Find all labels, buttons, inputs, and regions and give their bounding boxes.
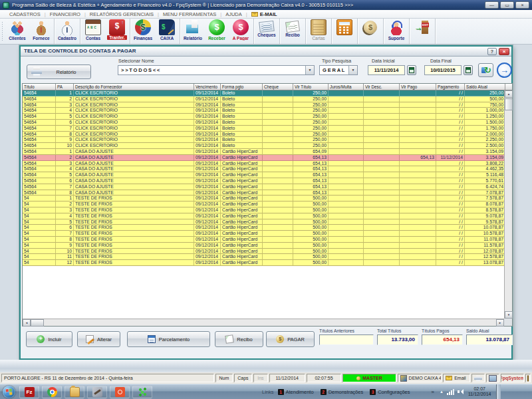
table-row[interactable]: 545644CASA DO AJUSTE09/12/2014Cartão Hip… — [23, 166, 504, 172]
search-type-select[interactable]: GERAL — [319, 65, 358, 75]
panel-close-button[interactable]: × — [499, 48, 509, 55]
table-row[interactable]: 546543CLICK ESCRITORIO09/12/2014Boleto25… — [23, 102, 504, 108]
table-row[interactable]: 548TESTE DE FRIOS09/12/2014Cartão HiperC… — [23, 237, 504, 243]
close-button[interactable]: × — [515, 1, 529, 9]
toolbar-sair[interactable] — [410, 19, 434, 44]
column-header[interactable]: Vencimento — [194, 84, 221, 90]
vertical-scrollbar[interactable]: ▲ ▼ — [504, 90, 512, 319]
table-row[interactable]: 544TESTE DE FRIOS09/12/2014Cartão HiperC… — [23, 213, 504, 219]
parcelamento-button[interactable]: Parcelamento — [127, 331, 210, 347]
toolbar-recibo[interactable]: Recibo — [281, 19, 305, 44]
table-row[interactable]: 546546CLICK ESCRITORIO09/12/2014Boleto25… — [23, 120, 504, 126]
speaker-icon[interactable] — [458, 389, 464, 395]
maximize-button[interactable]: ▭ — [500, 1, 514, 9]
network-signal-icon[interactable] — [447, 389, 454, 395]
column-header[interactable]: Vlr Título — [293, 84, 329, 90]
scroll-up-icon[interactable]: ▲ — [505, 90, 513, 98]
table-row[interactable]: 545641CASA DO AJUSTE09/12/2014Cartão Hip… — [23, 149, 504, 155]
taskbar-app-green-app[interactable] — [132, 386, 152, 398]
table-row[interactable]: 546545CLICK ESCRITORIO09/12/2014Boleto25… — [23, 114, 504, 120]
table-row[interactable]: 545TESTE DE FRIOS09/12/2014Cartão HiperC… — [23, 219, 504, 225]
toolbar-tranfer[interactable]: Tranfer. — [105, 19, 129, 44]
table-row[interactable]: 545647CASA DO AJUSTE09/12/2014Cartão Hip… — [23, 184, 504, 190]
toolbar-cheques[interactable]: Cheques — [255, 19, 279, 44]
taskbar-app-folder[interactable] — [65, 386, 84, 398]
taskbar-app-chrome[interactable] — [42, 386, 62, 398]
table-row[interactable]: 546541CLICK ESCRITORIO09/12/2014Boleto25… — [23, 90, 504, 96]
column-header[interactable]: Juros/Multa — [329, 84, 364, 90]
toolbar-a-pagar[interactable]: A Pagar — [229, 19, 253, 44]
menu-item-1[interactable]: CADASTROS — [5, 11, 45, 17]
toolbar-moeda[interactable] — [358, 19, 382, 44]
scroll-left-icon[interactable]: ◄ — [23, 319, 31, 327]
taskbar-app-filezilla[interactable] — [19, 386, 39, 398]
minimize-button[interactable]: — — [485, 1, 499, 9]
column-header[interactable]: Cheque — [263, 84, 293, 90]
table-row[interactable]: 545646CASA DO AJUSTE09/12/2014Cartão Hip… — [23, 178, 504, 184]
scroll-down-icon[interactable]: ▼ — [505, 311, 513, 319]
toolbar-receber[interactable]: Receber — [205, 19, 229, 44]
start-button[interactable] — [3, 386, 15, 398]
table-row[interactable]: 545642CASA DO AJUSTE09/12/2014Cartão Hip… — [23, 155, 504, 161]
taskbar-link-1[interactable]: 1Atendimento — [278, 389, 314, 395]
toolbar-clientes[interactable]: Clientes — [5, 19, 29, 44]
table-row[interactable]: 546544CLICK ESCRITORIO09/12/2014Boleto25… — [23, 108, 504, 114]
column-header[interactable]: Vlr Desc. — [364, 84, 400, 90]
date-start-calendar-icon[interactable] — [407, 65, 416, 75]
table-row[interactable]: 546549CLICK ESCRITORIO09/12/2014Boleto25… — [23, 137, 504, 143]
table-row[interactable]: 546542CLICK ESCRITORIO09/12/2014Boleto25… — [23, 96, 504, 102]
menu-item-email[interactable]: E-MAIL — [247, 11, 281, 17]
table-row[interactable]: 543TESTE DE FRIOS09/12/2014Cartão HiperC… — [23, 207, 504, 213]
menu-item-5[interactable]: AJUDA — [221, 11, 246, 17]
table-row[interactable]: 542TESTE DE FRIOS09/12/2014Cartão HiperC… — [23, 201, 504, 207]
toolbar-overflow-icon[interactable]: » — [432, 389, 434, 395]
column-header[interactable]: Título — [23, 84, 56, 90]
table-row[interactable]: 545643CASA DO AJUSTE09/12/2014Cartão Hip… — [23, 161, 504, 167]
date-end-calendar-icon[interactable] — [464, 65, 473, 75]
horizontal-scroll-thumb[interactable] — [31, 319, 44, 327]
toolbar-suporte[interactable]: Suporte — [384, 19, 408, 44]
table-row[interactable]: 546TESTE DE FRIOS09/12/2014Cartão HiperC… — [23, 225, 504, 231]
toolbar-calculadora[interactable] — [332, 19, 356, 44]
alterar-button[interactable]: Alterar — [77, 331, 120, 347]
taskbar-link-2[interactable]: 2Demonstrações — [321, 389, 364, 395]
column-header[interactable]: Vlr Pago — [400, 84, 436, 90]
taskbar-link-3[interactable]: 3Configurações — [370, 389, 410, 395]
refresh-button[interactable] — [478, 63, 493, 77]
show-desktop-button[interactable] — [496, 384, 501, 399]
table-row[interactable]: 5465410CLICK ESCRITORIO09/12/2014Boleto2… — [23, 143, 504, 149]
scroll-right-icon[interactable]: ► — [496, 319, 504, 327]
table-row[interactable]: 546547CLICK ESCRITORIO09/12/2014Boleto25… — [23, 126, 504, 132]
hidden-icons-chevron-icon[interactable]: ▲ — [440, 390, 444, 394]
table-row[interactable]: 5410TESTE DE FRIOS09/12/2014Cartão Hiper… — [23, 249, 504, 255]
menu-item-3[interactable]: RELATÓRIOS GERENCIAIS — [86, 11, 158, 17]
table-row[interactable]: 545645CASA DO AJUSTE09/12/2014Cartão Hip… — [23, 172, 504, 178]
incluir-button[interactable]: Incluir — [26, 331, 72, 347]
taskbar-app-image-viewer[interactable] — [110, 386, 130, 398]
table-row[interactable]: 541TESTE DE FRIOS09/12/2014Cartão HiperC… — [23, 196, 504, 201]
column-header[interactable]: Descrição do Fornecedor — [74, 84, 194, 90]
table-row[interactable]: 5411TESTE DE FRIOS09/12/2014Cartão Hiper… — [23, 254, 504, 260]
taskbar-app-paint-tool[interactable] — [87, 386, 107, 398]
status-email[interactable]: Email — [443, 374, 470, 382]
table-row[interactable]: 549TESTE DE FRIOS09/12/2014Cartão HiperC… — [23, 243, 504, 249]
column-header[interactable]: PA — [56, 84, 74, 90]
table-row[interactable]: 5412TESTE DE FRIOS09/12/2014Cartão Hiper… — [23, 260, 504, 266]
menu-item-4[interactable]: MENU FERRAMENTAS — [159, 11, 220, 17]
toolbar-relatorio[interactable]: Relatório — [181, 19, 205, 44]
toolbar-cartas[interactable]: Cartas — [307, 19, 331, 44]
pagar-button[interactable]: PAGAR — [266, 331, 315, 347]
toolbar-cadastro[interactable]: Cadastro — [55, 19, 79, 44]
recibo-button[interactable]: Recibo — [215, 331, 263, 347]
column-header[interactable]: Saldo Atual — [465, 84, 505, 90]
report-button[interactable]: Relatório — [27, 65, 91, 79]
table-row[interactable]: 547TESTE DE FRIOS09/12/2014Cartão HiperC… — [23, 231, 504, 237]
toolbar-caixa[interactable]: CAIXA — [155, 19, 179, 44]
date-end-field[interactable]: 10/01/2015 — [424, 65, 462, 75]
menu-item-2[interactable]: FINANCEIRO — [46, 11, 84, 17]
search-go-button[interactable] — [497, 63, 512, 78]
toolbar-financas[interactable]: Finanças — [131, 19, 155, 44]
vertical-scroll-thumb[interactable] — [505, 98, 513, 110]
horizontal-scrollbar[interactable]: ◄ ► — [23, 319, 504, 326]
table-row[interactable]: 546548CLICK ESCRITORIO09/12/2014Boleto25… — [23, 132, 504, 138]
